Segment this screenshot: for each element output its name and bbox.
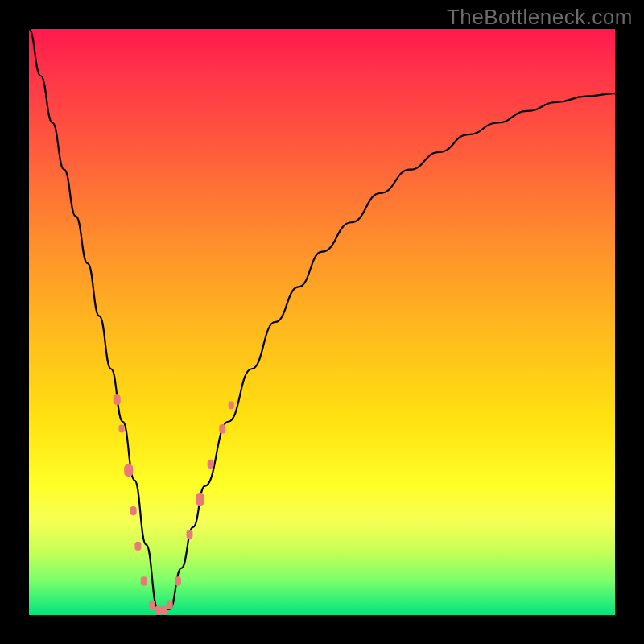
plot-area: [29, 29, 615, 615]
curve-marker: [114, 394, 121, 405]
curve-marker: [160, 606, 167, 615]
curve-marker: [134, 542, 141, 551]
curve-marker: [141, 576, 147, 585]
watermark-text: TheBottleneck.com: [447, 5, 633, 30]
chart-svg: [29, 29, 615, 615]
curve-marker: [175, 576, 181, 585]
curve-marker: [130, 506, 137, 515]
curve-marker: [119, 425, 125, 433]
curve-marker: [219, 424, 225, 433]
curve-marker: [149, 600, 155, 609]
chart-frame: TheBottleneck.com: [0, 0, 644, 644]
curve-marker: [186, 530, 192, 539]
curve-marker: [155, 606, 161, 615]
curve-marker: [208, 460, 214, 469]
curve-markers: [114, 394, 234, 615]
curve-marker: [167, 600, 173, 609]
curve-marker: [196, 493, 204, 506]
curve-marker: [229, 401, 234, 409]
curve-marker: [124, 464, 133, 477]
bottleneck-curve: [29, 29, 615, 609]
